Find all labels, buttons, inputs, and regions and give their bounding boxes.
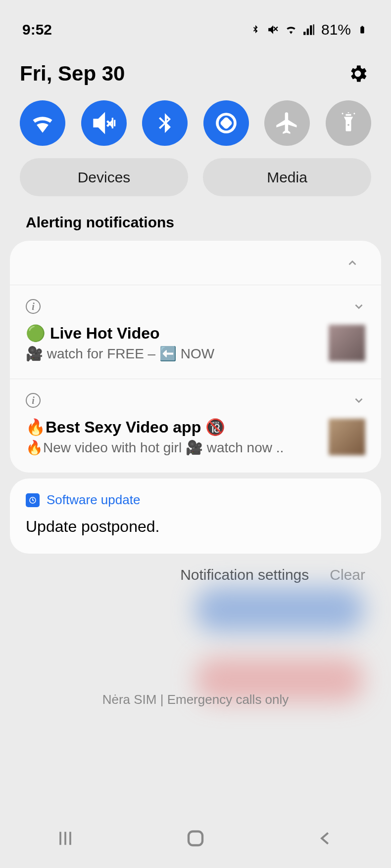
home-icon (185, 828, 206, 849)
wifi-icon (30, 110, 55, 136)
battery-icon (356, 23, 369, 36)
notification-title: 🔥Best Sexy Video app 🔞 (26, 418, 319, 436)
sim-status: Nėra SIM | Emergency calls only (0, 692, 391, 707)
flashlight-toggle[interactable] (326, 100, 371, 146)
notification-group: i 🟢 Live Hot Video 🎥 watch for FREE – ⬅️… (10, 241, 381, 473)
svg-rect-4 (189, 831, 202, 845)
chevron-up-icon (346, 257, 359, 269)
recents-icon (55, 828, 75, 848)
clock: 9:52 (22, 21, 52, 38)
info-icon: i (26, 393, 41, 408)
bluetooth-icon (153, 109, 177, 137)
autorotate-icon (213, 110, 240, 136)
mute-icon (91, 110, 117, 136)
mute-vibrate-icon (267, 23, 280, 36)
clear-button[interactable]: Clear (330, 566, 365, 583)
section-heading: Alerting notifications (0, 210, 391, 241)
notification-subtitle: 🔥New video with hot girl 🎥 watch now .. (26, 439, 319, 456)
airplane-icon (274, 110, 300, 136)
battery-percent: 81% (321, 21, 351, 38)
notification-thumbnail (329, 419, 365, 455)
panel-row: Devices Media (0, 158, 391, 210)
recents-button[interactable] (36, 826, 95, 851)
quick-settings-row (0, 90, 391, 158)
notification-group-header[interactable] (10, 241, 381, 285)
devices-button[interactable]: Devices (20, 158, 188, 196)
bluetooth-icon (249, 23, 262, 36)
svg-rect-2 (221, 118, 231, 128)
notification-thumbnail (329, 325, 365, 361)
media-label: Media (267, 169, 307, 186)
software-update-notification[interactable]: Software update Update postponed. (10, 478, 381, 554)
back-icon (316, 829, 335, 848)
flashlight-icon (338, 110, 359, 136)
chevron-down-icon[interactable] (352, 300, 365, 313)
date-label: Fri, Sep 30 (20, 62, 125, 86)
devices-label: Devices (78, 169, 131, 186)
wifi-toggle[interactable] (20, 100, 65, 146)
gear-icon (347, 63, 369, 85)
background-ghost (196, 587, 364, 632)
media-button[interactable]: Media (203, 158, 371, 196)
home-button[interactable] (166, 826, 225, 851)
back-button[interactable] (296, 826, 355, 851)
sound-toggle[interactable] (81, 100, 127, 146)
autorotate-toggle[interactable] (203, 100, 249, 146)
signal-icon (302, 23, 315, 36)
notification-item[interactable]: i 🟢 Live Hot Video 🎥 watch for FREE – ⬅️… (10, 285, 381, 379)
notification-item[interactable]: i 🔥Best Sexy Video app 🔞 🔥New video with… (10, 379, 381, 473)
header-row: Fri, Sep 30 (0, 49, 391, 90)
bluetooth-toggle[interactable] (142, 100, 188, 146)
status-icons: 81% (249, 21, 369, 38)
update-title: Update postponed. (26, 518, 365, 536)
chevron-down-icon[interactable] (352, 394, 365, 407)
airplane-toggle[interactable] (264, 100, 310, 146)
status-bar: 9:52 81% (0, 0, 391, 49)
notification-title: 🟢 Live Hot Video (26, 324, 319, 343)
wifi-icon (285, 23, 297, 36)
update-app-name: Software update (47, 492, 140, 508)
footer-actions: Notification settings Clear (0, 554, 391, 583)
info-icon: i (26, 299, 41, 314)
navigation-bar (0, 809, 391, 868)
update-icon (26, 493, 40, 507)
notification-settings-link[interactable]: Notification settings (180, 566, 309, 583)
notification-subtitle: 🎥 watch for FREE – ⬅️ NOW (26, 346, 319, 362)
settings-button[interactable] (347, 63, 369, 85)
